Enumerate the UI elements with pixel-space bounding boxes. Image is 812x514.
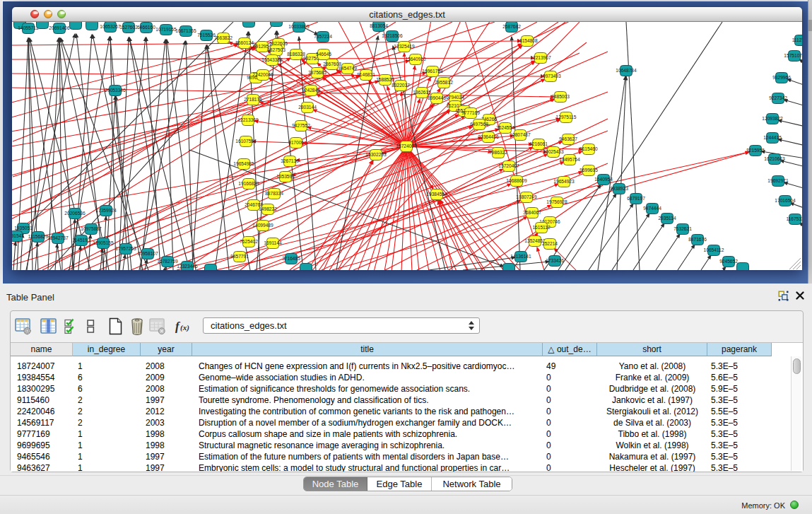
function-builder-icon[interactable]: f(x) — [175, 317, 193, 338]
delete-column-icon[interactable] — [149, 317, 165, 338]
graph-node-teal[interactable] — [243, 22, 255, 28]
table-row[interactable]: 1830029562008Estimation of significance … — [11, 383, 772, 395]
graph-edge[interactable] — [612, 214, 649, 270]
outer-scrollbar-thumb[interactable] — [808, 20, 812, 31]
table-panel-title: Table Panel — [6, 292, 54, 303]
graph-node-teal[interactable] — [300, 264, 312, 271]
cell-year: 1997 — [141, 451, 192, 462]
graph-edge[interactable] — [374, 146, 406, 270]
graph-node-label: 391547 — [12, 233, 24, 238]
column-header-name[interactable]: name — [11, 343, 73, 356]
graph-edge[interactable] — [78, 246, 81, 270]
graph-node-teal[interactable] — [205, 264, 217, 271]
network-canvas[interactable]: 1405571220691406106532671527602646616010… — [12, 22, 802, 270]
table-row[interactable]: 969969511998Structural magnetic resonanc… — [11, 440, 772, 451]
combobox-value: citations_edges.txt — [211, 320, 287, 331]
graph-edge[interactable] — [55, 244, 57, 270]
tab-network-table[interactable]: Network Table — [432, 477, 512, 491]
graph-node-teal[interactable] — [37, 22, 49, 29]
graph-edge[interactable] — [790, 203, 802, 209]
graph-edge[interactable] — [249, 32, 260, 270]
graph-edge[interactable] — [12, 146, 406, 216]
cell-title: Embryonic stem cells: a model to study s… — [192, 462, 543, 472]
create-table-icon[interactable] — [108, 317, 123, 338]
cell-out_de: 0 — [543, 451, 597, 462]
table-row[interactable]: 1872400712008Changes of HCN gene express… — [11, 361, 772, 372]
graph-edge[interactable] — [656, 234, 680, 270]
scrollbar-thumb[interactable] — [793, 358, 801, 374]
table-settings-icon[interactable] — [15, 317, 32, 338]
cell-pagerank: 5.3E–5 — [707, 428, 772, 440]
graph-node-label: 10688609 — [506, 178, 527, 183]
resize-grip[interactable] — [796, 265, 801, 269]
graph-edge[interactable] — [186, 41, 193, 270]
graph-edge[interactable] — [322, 184, 511, 270]
graph-node-label: 1167533 — [786, 216, 802, 221]
table-row[interactable]: 946362711997Embryonic stem cells: a mode… — [11, 462, 772, 472]
tab-edge-table[interactable]: Edge Table — [367, 477, 432, 491]
table-vertical-scrollbar[interactable] — [791, 356, 801, 471]
graph-node-teal[interactable] — [70, 22, 82, 30]
graph-edge[interactable] — [123, 255, 125, 270]
column-header-out_de[interactable]: △ out_de… — [543, 343, 597, 356]
tab-node-table[interactable]: Node Table — [304, 477, 367, 491]
graph-edge[interactable] — [257, 31, 276, 270]
graph-edge[interactable] — [69, 37, 110, 270]
graph-node-teal[interactable] — [737, 263, 749, 271]
table-row[interactable]: 946554611997Estimation of the future num… — [11, 451, 772, 462]
window-titlebar[interactable]: citations_edges.txt — [12, 7, 802, 22]
table-selector-combobox[interactable]: citations_edges.txt — [203, 317, 480, 334]
graph-edge[interactable] — [551, 52, 608, 76]
table-row[interactable]: 2242004622012Investigating the contribut… — [11, 406, 772, 417]
graph-node-label: 8454749 — [339, 66, 357, 71]
graph-node-teal[interactable] — [86, 22, 98, 30]
graph-edge[interactable] — [537, 247, 544, 270]
graph-node-teal[interactable] — [503, 264, 515, 271]
outer-scrollbar-strip[interactable] — [808, 0, 812, 284]
column-header-title[interactable]: title — [192, 343, 543, 356]
graph-node-label: 3624554 — [496, 125, 514, 130]
column-header-short[interactable]: short — [597, 343, 707, 356]
graph-edge[interactable] — [406, 146, 496, 270]
cell-short: Hescheler et al. (1997) — [597, 462, 707, 472]
graph-edge[interactable] — [449, 216, 527, 270]
float-window-icon[interactable] — [778, 291, 789, 301]
graph-edge[interactable] — [701, 255, 711, 270]
table-row[interactable]: 1456911722003Disruption of a novel membe… — [11, 417, 772, 428]
graph-node-label: 1588520 — [376, 77, 394, 82]
table-row[interactable]: 911546021997Tourette syndrome. Phenomeno… — [11, 395, 772, 406]
graph-edge[interactable] — [626, 22, 640, 270]
cell-pagerank: 5.3E–5 — [707, 462, 772, 472]
close-panel-icon[interactable] — [796, 291, 804, 300]
graph-edge[interactable] — [164, 119, 560, 270]
graph-edge[interactable] — [565, 194, 616, 270]
column-header-pagerank[interactable]: pagerank — [707, 343, 772, 356]
graph-edge[interactable] — [12, 74, 544, 76]
resize-grip[interactable] — [793, 262, 801, 269]
graph-node-label: 1935051 — [14, 226, 33, 230]
cell-title: Corpus callosum shape and size in male p… — [192, 428, 543, 440]
cell-pagerank: 5.3E–5 — [707, 440, 772, 451]
graph-edge[interactable] — [384, 146, 406, 270]
graph-edge[interactable] — [13, 242, 16, 270]
cell-in_degree: 6 — [73, 383, 141, 395]
delete-table-icon[interactable] — [129, 317, 145, 338]
cell-title: Investigating the contribution of common… — [192, 406, 543, 417]
graph-edge[interactable] — [192, 45, 206, 270]
select-rows-icon[interactable] — [64, 317, 76, 338]
graph-edge[interactable] — [99, 79, 545, 270]
table-row[interactable]: 977716911998Corpus callosum shape and si… — [11, 428, 772, 440]
graph-node-teal[interactable] — [271, 22, 283, 27]
show-columns-icon[interactable] — [40, 317, 57, 338]
graph-edge[interactable] — [329, 146, 406, 270]
graph-edge[interactable] — [778, 139, 802, 146]
column-header-year[interactable]: year — [141, 343, 192, 356]
graph-edge[interactable] — [678, 245, 695, 270]
graph-node-label: 10654112 — [704, 247, 724, 252]
graph-edge[interactable] — [277, 31, 303, 270]
graph-edge[interactable] — [440, 200, 485, 270]
column-header-in_degree[interactable]: in_degree — [73, 343, 141, 356]
table-row[interactable]: 1938455462009Genome–wide association stu… — [11, 372, 772, 383]
row-height-icon[interactable] — [87, 317, 95, 338]
graph-edge[interactable] — [527, 22, 608, 41]
